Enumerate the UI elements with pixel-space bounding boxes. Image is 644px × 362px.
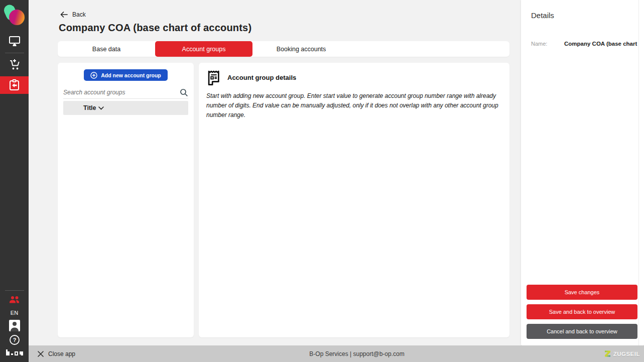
name-value: Company COA (base chart of... — [564, 41, 637, 47]
column-header-label: Title — [83, 104, 96, 111]
back-arrow-icon — [60, 12, 68, 18]
tab-base-data[interactable]: Base data — [58, 41, 155, 57]
brand-logo-circle — [9, 10, 25, 25]
search-input[interactable] — [63, 89, 177, 96]
bottom-bar: Close app B-Op Services | support@b-op.c… — [29, 345, 644, 362]
details-sidebar-title: Details — [531, 11, 554, 20]
name-field-row: Name: Company COA (base chart of... — [531, 41, 637, 47]
save-changes-button[interactable]: Save changes — [527, 285, 637, 300]
rail-item-help[interactable]: ? — [0, 333, 29, 347]
page-title: Company COA (base chart of accounts) — [59, 22, 251, 34]
app-rail: EN ? — [0, 0, 29, 362]
zugseil-z-icon — [604, 350, 611, 357]
account-groups-list-panel: Add new account group Title — [58, 63, 194, 337]
add-account-group-label: Add new account group — [101, 72, 161, 78]
detail-description: Start with adding new account group. Ent… — [206, 91, 498, 120]
users-icon — [8, 295, 21, 305]
footer-support-text: B-Op Services | support@b-op.com — [309, 345, 404, 362]
search-account-groups — [63, 86, 188, 99]
rail-item-profile[interactable] — [0, 318, 29, 333]
tab-account-groups[interactable]: Account groups — [155, 41, 252, 57]
rail-divider — [5, 53, 24, 53]
back-button[interactable]: Back — [60, 11, 86, 18]
column-header-title[interactable]: Title — [63, 101, 188, 115]
rail-divider-bottom — [5, 290, 24, 291]
clipboard-back-icon — [8, 79, 21, 91]
ledger-icon — [205, 68, 222, 87]
add-account-group-button[interactable]: Add new account group — [84, 69, 168, 81]
account-group-details-panel: Account group details Start with adding … — [199, 63, 509, 337]
zugseil-logo: ZUGSEIL — [604, 345, 640, 362]
back-label: Back — [72, 11, 86, 18]
user-avatar-icon — [9, 319, 21, 332]
rail-item-desktop[interactable] — [0, 33, 29, 50]
plus-circle-icon — [90, 72, 97, 79]
details-sidebar: Details Name: Company COA (base chart of… — [521, 0, 644, 345]
close-app-button[interactable]: Close app — [38, 345, 75, 362]
tab-bar: Base data Account groups Booking account… — [58, 41, 509, 57]
details-actions: Save changes Save and back to overview C… — [527, 285, 637, 339]
tab-booking-accounts[interactable]: Booking accounts — [252, 41, 350, 57]
detail-header: Account group details — [205, 68, 509, 87]
rail-item-users[interactable] — [0, 294, 29, 307]
chevron-down-icon — [98, 106, 104, 110]
save-back-button[interactable]: Save and back to overview — [527, 304, 637, 319]
rail-item-accounting-active[interactable] — [0, 76, 29, 94]
monitor-icon — [8, 35, 21, 47]
app-window: EN ? — [0, 0, 644, 362]
close-app-label: Close app — [48, 350, 75, 357]
detail-heading: Account group details — [227, 74, 296, 81]
help-icon: ? — [9, 334, 20, 345]
svg-text:?: ? — [13, 337, 16, 343]
zugseil-label: ZUGSEIL — [613, 351, 640, 357]
bop-logo — [6, 349, 24, 358]
add-to-cart-icon — [8, 58, 21, 71]
name-label: Name: — [531, 41, 564, 47]
language-selector[interactable]: EN — [11, 310, 18, 316]
search-icon[interactable] — [180, 88, 188, 97]
rail-item-shop[interactable] — [0, 56, 29, 73]
cancel-back-button[interactable]: Cancel and back to overview — [527, 324, 637, 339]
close-icon — [38, 351, 44, 357]
brand-logo-icon — [4, 4, 26, 27]
